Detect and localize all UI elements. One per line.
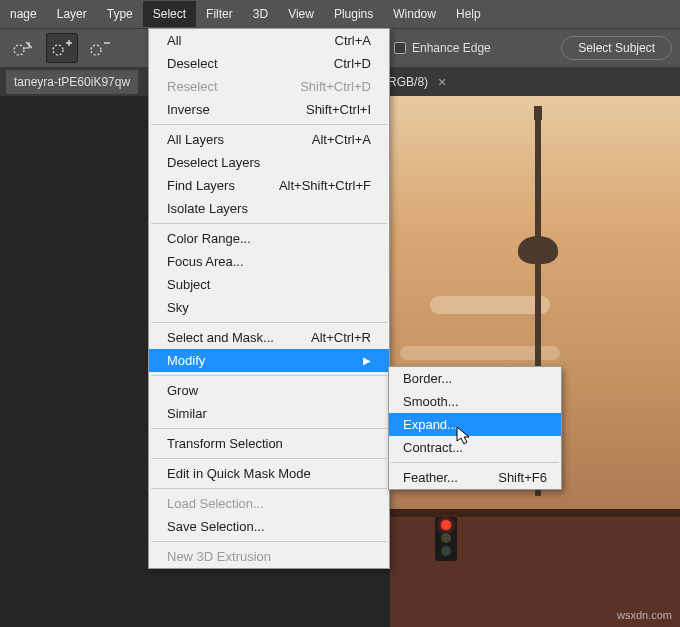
- menu-item-label: Grow: [167, 383, 198, 398]
- menu-item-label: Transform Selection: [167, 436, 283, 451]
- submenu-item-smooth[interactable]: Smooth...: [389, 390, 561, 413]
- menu-item-new-3d-extrusion: New 3D Extrusion: [149, 545, 389, 568]
- watermark: wsxdn.com: [617, 609, 672, 621]
- menu-item-shortcut: Ctrl+A: [335, 33, 371, 48]
- enhance-edge-label: Enhance Edge: [412, 41, 491, 55]
- select-subject-button[interactable]: Select Subject: [561, 36, 672, 60]
- submenu-arrow-icon: ▶: [363, 355, 371, 366]
- menu-plugins[interactable]: Plugins: [324, 1, 383, 27]
- quick-select-add-icon[interactable]: [46, 33, 78, 63]
- modify-submenu: Border...Smooth...Expand...Contract...Fe…: [388, 366, 562, 490]
- menu-layer[interactable]: Layer: [47, 1, 97, 27]
- menu-item-label: Contract...: [403, 440, 463, 455]
- menu-item-label: Inverse: [167, 102, 210, 117]
- menu-item-label: All: [167, 33, 181, 48]
- menu-separator: [151, 488, 387, 489]
- document-title: taneyra-tPE60iK97qw: [14, 75, 130, 89]
- menu-view[interactable]: View: [278, 1, 324, 27]
- menu-item-label: Modify: [167, 353, 205, 368]
- menu-item-label: Load Selection...: [167, 496, 264, 511]
- menu-type[interactable]: Type: [97, 1, 143, 27]
- menu-item-label: Deselect Layers: [167, 155, 260, 170]
- menu-window[interactable]: Window: [383, 1, 446, 27]
- menu-separator: [151, 223, 387, 224]
- menu-image[interactable]: nage: [0, 1, 47, 27]
- menu-item-sky[interactable]: Sky: [149, 296, 389, 319]
- menu-item-shortcut: Alt+Ctrl+R: [311, 330, 371, 345]
- menu-item-label: Sky: [167, 300, 189, 315]
- document-tab[interactable]: taneyra-tPE60iK97qw: [6, 70, 138, 94]
- svg-point-0: [14, 45, 24, 55]
- menu-item-select-and-mask[interactable]: Select and Mask...Alt+Ctrl+R: [149, 326, 389, 349]
- menu-item-label: Smooth...: [403, 394, 459, 409]
- menu-item-grow[interactable]: Grow: [149, 379, 389, 402]
- menu-item-label: Color Range...: [167, 231, 251, 246]
- menu-item-shortcut: Shift+F6: [498, 470, 547, 485]
- menu-item-label: Reselect: [167, 79, 218, 94]
- submenu-item-feather[interactable]: Feather...Shift+F6: [389, 466, 561, 489]
- menu-item-label: Border...: [403, 371, 452, 386]
- menu-separator: [391, 462, 559, 463]
- menu-item-isolate-layers[interactable]: Isolate Layers: [149, 197, 389, 220]
- menu-item-edit-in-quick-mask-mode[interactable]: Edit in Quick Mask Mode: [149, 462, 389, 485]
- menu-item-shortcut: Alt+Shift+Ctrl+F: [279, 178, 371, 193]
- menu-select[interactable]: Select: [143, 1, 196, 27]
- menu-3d[interactable]: 3D: [243, 1, 278, 27]
- menu-item-reselect: ReselectShift+Ctrl+D: [149, 75, 389, 98]
- menu-item-all-layers[interactable]: All LayersAlt+Ctrl+A: [149, 128, 389, 151]
- menu-item-inverse[interactable]: InverseShift+Ctrl+I: [149, 98, 389, 121]
- quick-select-subtract-icon[interactable]: [84, 33, 116, 63]
- close-tab-icon[interactable]: ×: [438, 74, 446, 90]
- menu-item-label: All Layers: [167, 132, 224, 147]
- submenu-item-contract[interactable]: Contract...: [389, 436, 561, 459]
- menu-item-shortcut: Shift+Ctrl+D: [300, 79, 371, 94]
- menu-item-shortcut: Ctrl+D: [334, 56, 371, 71]
- menu-item-deselect[interactable]: DeselectCtrl+D: [149, 52, 389, 75]
- menu-item-color-range[interactable]: Color Range...: [149, 227, 389, 250]
- menu-item-label: Select and Mask...: [167, 330, 274, 345]
- menu-separator: [151, 124, 387, 125]
- document-image: [390, 96, 680, 627]
- menu-separator: [151, 322, 387, 323]
- menu-item-shortcut: Alt+Ctrl+A: [312, 132, 371, 147]
- submenu-item-expand[interactable]: Expand...: [389, 413, 561, 436]
- menu-item-focus-area[interactable]: Focus Area...: [149, 250, 389, 273]
- menu-item-all[interactable]: AllCtrl+A: [149, 29, 389, 52]
- menu-item-label: Find Layers: [167, 178, 235, 193]
- enhance-edge-checkbox[interactable]: Enhance Edge: [394, 41, 491, 55]
- menu-item-subject[interactable]: Subject: [149, 273, 389, 296]
- menu-item-label: New 3D Extrusion: [167, 549, 271, 564]
- submenu-item-border[interactable]: Border...: [389, 367, 561, 390]
- menu-item-find-layers[interactable]: Find LayersAlt+Shift+Ctrl+F: [149, 174, 389, 197]
- menu-item-shortcut: Shift+Ctrl+I: [306, 102, 371, 117]
- menu-item-label: Similar: [167, 406, 207, 421]
- checkbox-icon: [394, 42, 406, 54]
- menu-item-label: Feather...: [403, 470, 458, 485]
- menu-item-save-selection[interactable]: Save Selection...: [149, 515, 389, 538]
- menu-item-transform-selection[interactable]: Transform Selection: [149, 432, 389, 455]
- menu-item-label: Save Selection...: [167, 519, 265, 534]
- menubar: nage Layer Type Select Filter 3D View Pl…: [0, 0, 680, 28]
- menu-item-label: Subject: [167, 277, 210, 292]
- menu-item-label: Deselect: [167, 56, 218, 71]
- menu-separator: [151, 541, 387, 542]
- menu-item-load-selection: Load Selection...: [149, 492, 389, 515]
- menu-separator: [151, 428, 387, 429]
- menu-item-label: Edit in Quick Mask Mode: [167, 466, 311, 481]
- menu-separator: [151, 458, 387, 459]
- menu-item-label: Focus Area...: [167, 254, 244, 269]
- select-dropdown-menu: AllCtrl+ADeselectCtrl+DReselectShift+Ctr…: [148, 28, 390, 569]
- menu-separator: [151, 375, 387, 376]
- svg-point-2: [91, 45, 101, 55]
- document-colormode: RGB/8): [388, 75, 428, 89]
- svg-point-1: [53, 45, 63, 55]
- menu-help[interactable]: Help: [446, 1, 491, 27]
- menu-item-deselect-layers[interactable]: Deselect Layers: [149, 151, 389, 174]
- menu-filter[interactable]: Filter: [196, 1, 243, 27]
- menu-item-modify[interactable]: Modify▶: [149, 349, 389, 372]
- menu-item-label: Expand...: [403, 417, 458, 432]
- menu-item-label: Isolate Layers: [167, 201, 248, 216]
- quick-select-new-icon[interactable]: [8, 33, 40, 63]
- menu-item-similar[interactable]: Similar: [149, 402, 389, 425]
